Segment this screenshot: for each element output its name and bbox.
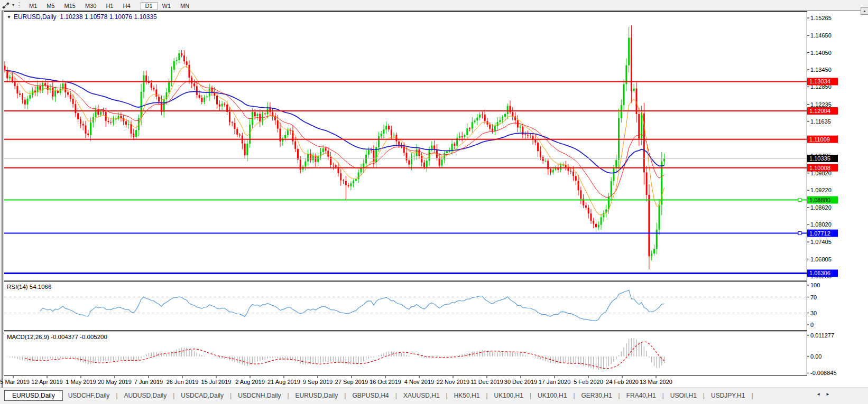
tab-separator: | — [703, 392, 705, 399]
timeframe-button-h1[interactable]: H1 — [101, 2, 118, 10]
toolbar: ▾ M1M5M15M30H1H4D1W1MN — [0, 0, 868, 11]
title-collapse-icon[interactable]: ▼ — [7, 15, 11, 20]
macd-panel[interactable] — [4, 332, 807, 376]
timeframe-button-mn[interactable]: MN — [176, 2, 194, 10]
chart-tab-usdchf-daily[interactable]: USDCHF,Daily — [63, 391, 115, 400]
chart-tabs: EURUSD,DailyUSDCHF,Daily|AUDUSD,Daily|US… — [4, 390, 754, 401]
tab-separator: | — [344, 392, 346, 399]
trendline-cursor-icon[interactable] — [2, 2, 11, 9]
tab-separator: | — [662, 392, 664, 399]
timeframe-buttons: M1M5M15M30H1H4D1W1MN — [24, 1, 199, 10]
chart-tab-usdjpy-h1[interactable]: USDJPY,H1 — [706, 391, 750, 400]
chart-tab-usdcad-daily[interactable]: USDCAD,Daily — [176, 391, 229, 400]
chart-tab-uk100-h1[interactable]: UK100,H1 — [532, 391, 572, 400]
chart-tab-usoil-h1[interactable]: USOil,H1 — [665, 391, 702, 400]
chart-title: ▼EURUSD,Daily 1.10238 1.10578 1.10076 1.… — [7, 13, 157, 21]
tab-separator: | — [395, 392, 397, 399]
chart-tab-eurusd-daily[interactable]: EURUSD,Daily — [290, 391, 344, 400]
chart-tab-ger30-h1[interactable]: GER30,H1 — [576, 391, 617, 400]
chart-tab-fra40-h1[interactable]: FRA40,H1 — [621, 391, 661, 400]
tab-separator: | — [618, 392, 620, 399]
tab-separator: | — [573, 392, 575, 399]
tool-dropdown-caret-icon[interactable]: ▾ — [12, 3, 14, 7]
chart-tab-eurusd-daily[interactable]: EURUSD,Daily — [4, 390, 63, 401]
toolbar-grip[interactable] — [19, 2, 20, 8]
chart-tab-gbpusd-h4[interactable]: GBPUSD,H4 — [347, 391, 394, 400]
timeframe-button-d1[interactable]: D1 — [141, 2, 158, 10]
chart-tab-bar: EURUSD,DailyUSDCHF,Daily|AUDUSD,Daily|US… — [0, 388, 868, 404]
chart-tab-hk50-h1[interactable]: HK50,H1 — [449, 391, 485, 400]
chart-tab-usdcnh-daily[interactable]: USDCNH,Daily — [233, 391, 286, 400]
rsi-indicator-label: RSI(14) 54.1066 — [7, 284, 51, 290]
rsi-panel[interactable] — [4, 281, 807, 331]
tab-separator: | — [173, 392, 174, 399]
tabs-scroll-left-icon[interactable]: ◄ — [816, 392, 820, 397]
timeframe-button-m1[interactable]: M1 — [24, 2, 42, 10]
chart-tab-uk100-h1[interactable]: UK100,H1 — [489, 391, 529, 400]
chart-tab-xauusd-h1[interactable]: XAUUSD,H1 — [398, 391, 445, 400]
tab-separator: | — [230, 392, 232, 399]
tab-separator: | — [116, 392, 117, 399]
timeframe-button-m5[interactable]: M5 — [42, 2, 59, 10]
chart-scroll-button[interactable]: ▲ — [861, 7, 868, 15]
timeframe-button-h4[interactable]: H4 — [118, 2, 135, 10]
tab-separator: | — [446, 392, 448, 399]
chart-title-text: EURUSD,Daily 1.10238 1.10578 1.10076 1.1… — [14, 13, 157, 21]
timeframe-button-w1[interactable]: W1 — [158, 2, 176, 10]
main-chart-panel[interactable] — [4, 11, 807, 280]
tab-separator: | — [751, 392, 753, 399]
tabs-scroll-right-icon[interactable]: ► — [826, 392, 830, 397]
macd-indicator-label: MACD(12,26,9) -0.004377 -0.005200 — [7, 334, 107, 340]
chart-tab-audusd-daily[interactable]: AUDUSD,Daily — [119, 391, 172, 400]
timeframe-button-m30[interactable]: M30 — [80, 2, 101, 10]
tab-separator: | — [486, 392, 487, 399]
timeframe-button-m15[interactable]: M15 — [60, 2, 80, 10]
tab-separator: | — [530, 392, 531, 399]
tab-separator: | — [287, 392, 289, 399]
trading-platform-window: ▾ M1M5M15M30H1H4D1W1MN ▼EURUSD,Daily 1.1… — [0, 0, 868, 404]
